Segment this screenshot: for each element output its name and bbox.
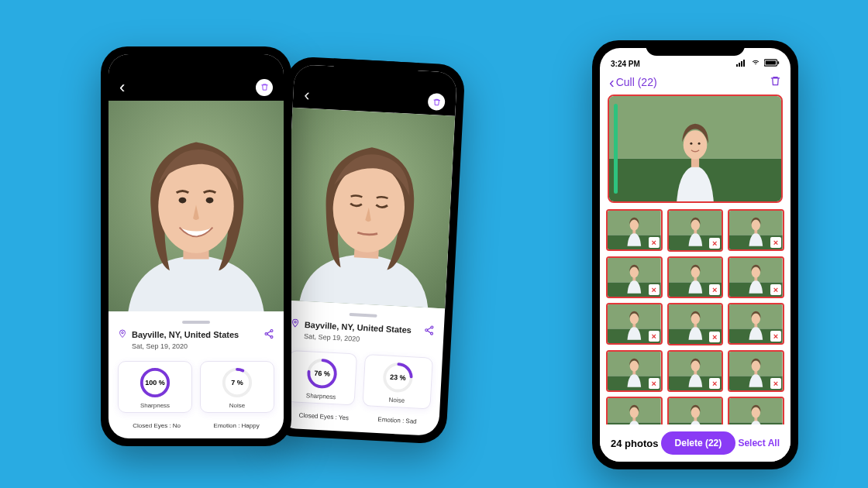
noise-label: Noise <box>229 402 245 409</box>
photo-thumb[interactable]: × <box>667 256 724 299</box>
signal-icon <box>736 59 747 68</box>
location-icon <box>291 318 301 330</box>
sharpness-value: 100 % <box>139 366 171 399</box>
cull-title: Cull (22) <box>616 76 657 88</box>
sharpness-card: 76 % Sharpness <box>287 350 357 406</box>
photo-preview[interactable] <box>282 108 455 309</box>
remove-mark-icon[interactable]: × <box>649 237 660 248</box>
svg-point-48 <box>752 220 760 231</box>
svg-point-96 <box>752 407 760 418</box>
remove-mark-icon[interactable]: × <box>770 237 781 248</box>
select-all-button[interactable]: Select All <box>738 438 780 448</box>
phone-cull: 3:24 PM ‹ Cull (22) <box>592 40 798 469</box>
noise-ring: 23 % <box>381 361 415 395</box>
svg-point-34 <box>684 130 708 159</box>
analysis-row: Closed Eyes : No Emotion : Happy <box>108 416 284 429</box>
wifi-icon <box>750 59 761 68</box>
status-indicators <box>736 59 780 68</box>
remove-mark-icon[interactable]: × <box>709 332 720 342</box>
noise-card: 23 % Noise <box>362 355 432 411</box>
photo-thumb[interactable]: × <box>606 209 663 251</box>
remove-mark-icon[interactable]: × <box>649 331 660 342</box>
stats-row: 76 % Sharpness 23 % Noise <box>277 342 443 414</box>
noise-value: 7 % <box>221 366 253 399</box>
screen: 3:24 PM ‹ Cull (22) <box>600 48 790 462</box>
delete-icon[interactable] <box>256 79 273 96</box>
remove-mark-icon[interactable]: × <box>649 378 660 389</box>
remove-mark-icon[interactable]: × <box>709 238 720 249</box>
photo-thumb[interactable]: × <box>606 256 663 298</box>
delete-button[interactable]: Delete (22) <box>661 431 736 455</box>
photo-thumb[interactable]: × <box>606 303 663 345</box>
remove-mark-icon[interactable]: × <box>770 284 781 295</box>
selection-indicator <box>614 104 618 194</box>
hero-photo[interactable] <box>608 95 783 203</box>
share-icon[interactable] <box>423 325 435 338</box>
noise-label: Noise <box>388 397 405 404</box>
battery-icon <box>764 59 780 68</box>
remove-mark-icon[interactable]: × <box>770 378 781 389</box>
delete-icon[interactable] <box>770 75 781 90</box>
noise-value: 23 % <box>381 361 415 395</box>
photo-thumb[interactable]: × <box>667 209 724 252</box>
info-panel: Bayville, NY, United States Sat, Sep 19,… <box>108 311 284 353</box>
nav-bar: ‹ Cull (22) <box>600 71 790 95</box>
svg-point-80 <box>691 360 699 371</box>
location-icon <box>118 329 127 340</box>
svg-rect-26 <box>741 61 742 67</box>
back-button[interactable]: ‹ <box>304 87 310 104</box>
photo-thumb[interactable]: × <box>728 256 784 298</box>
sharpness-value: 76 % <box>305 357 339 391</box>
drag-handle[interactable] <box>349 313 377 318</box>
location-text: Bayville, NY, United States <box>132 330 239 339</box>
photo-thumb[interactable]: × <box>728 209 784 251</box>
share-icon[interactable] <box>264 328 274 341</box>
photo-grid: × × × × <box>600 209 790 439</box>
svg-point-60 <box>752 266 760 277</box>
svg-rect-25 <box>739 63 740 67</box>
chevron-left-icon: ‹ <box>609 74 615 90</box>
noise-card: 7 % Noise <box>200 361 274 413</box>
sharpness-card: 100 % Sharpness <box>118 361 192 413</box>
remove-mark-icon[interactable]: × <box>649 284 660 295</box>
sharpness-ring: 100 % <box>139 366 171 399</box>
delete-icon[interactable] <box>428 93 446 111</box>
back-button[interactable]: ‹ <box>119 79 125 96</box>
photo-preview[interactable] <box>108 101 284 312</box>
remove-mark-icon[interactable]: × <box>770 331 781 342</box>
sharpness-ring: 76 % <box>305 357 339 391</box>
svg-point-35 <box>690 143 692 145</box>
date-text: Sat, Sep 19, 2020 <box>118 342 274 350</box>
noise-ring: 7 % <box>221 366 253 399</box>
photo-thumb[interactable]: × <box>606 350 663 392</box>
svg-point-68 <box>691 314 699 325</box>
emotion-text: Emotion : Happy <box>214 422 260 429</box>
remove-mark-icon[interactable]: × <box>709 378 720 389</box>
svg-point-4 <box>206 197 214 203</box>
photo-thumb[interactable]: × <box>728 350 784 392</box>
photo-thumb[interactable]: × <box>667 303 724 345</box>
svg-rect-30 <box>778 61 780 64</box>
svg-point-44 <box>691 220 699 231</box>
remove-mark-icon[interactable]: × <box>709 284 720 295</box>
svg-point-56 <box>691 266 699 277</box>
svg-point-84 <box>752 360 760 371</box>
svg-rect-24 <box>736 64 738 67</box>
svg-point-72 <box>752 314 760 325</box>
photo-thumb[interactable]: × <box>667 350 724 393</box>
sharpness-label: Sharpness <box>140 402 170 409</box>
svg-point-16 <box>294 321 297 324</box>
drag-handle[interactable] <box>182 321 210 324</box>
stats-row: 100 % Sharpness 7 % Noise <box>108 353 284 416</box>
svg-point-64 <box>630 314 639 325</box>
svg-point-88 <box>630 407 639 418</box>
svg-point-76 <box>630 360 639 371</box>
screen: ‹ <box>276 64 457 436</box>
closed-eyes-text: Closed Eyes : Yes <box>298 412 349 421</box>
back-button[interactable]: ‹ Cull (22) <box>609 74 657 90</box>
bottom-bar: 24 photos Delete (22) Select All <box>600 424 790 462</box>
svg-rect-27 <box>743 60 745 67</box>
photo-thumb[interactable]: × <box>728 303 784 345</box>
phone-detail-sad: ‹ <box>267 56 465 444</box>
sharpness-label: Sharpness <box>306 393 336 401</box>
